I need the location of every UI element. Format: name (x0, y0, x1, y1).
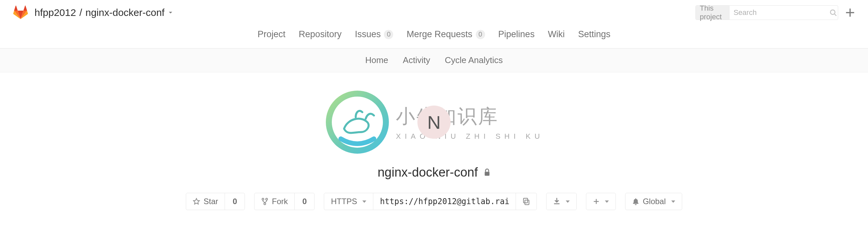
svg-point-4 (262, 198, 264, 200)
nav-issues-count: 0 (384, 30, 393, 39)
watermark-logo-icon (324, 89, 391, 155)
search-icon[interactable] (829, 9, 838, 16)
copy-icon (523, 198, 530, 205)
nav-issues-label: Issues (355, 29, 380, 39)
search-input[interactable] (730, 8, 829, 17)
star-group: Star 0 (186, 193, 245, 210)
chevron-down-icon (671, 201, 675, 203)
plus-icon (593, 198, 599, 205)
main-nav: Project Repository Issues 0 Merge Reques… (0, 20, 868, 49)
sub-nav: Home Activity Cycle Analytics (0, 49, 868, 72)
svg-point-5 (266, 198, 268, 200)
protocol-dropdown[interactable]: HTTPS (324, 193, 373, 210)
nav-wiki[interactable]: Wiki (548, 29, 565, 39)
bell-icon (632, 198, 640, 205)
star-count[interactable]: 0 (225, 193, 245, 210)
fork-button[interactable]: Fork (254, 193, 294, 210)
breadcrumb: hfpp2012 / nginx-docker-conf (34, 7, 174, 18)
download-icon (553, 198, 560, 205)
svg-point-0 (831, 10, 835, 14)
breadcrumb-owner[interactable]: hfpp2012 (34, 7, 76, 18)
breadcrumb-project: nginx-docker-conf (85, 7, 164, 18)
star-icon (193, 198, 200, 205)
gitlab-logo-icon[interactable] (13, 5, 28, 20)
search-box: This project (695, 5, 838, 20)
subnav-home[interactable]: Home (365, 55, 388, 65)
watermark-pinyin: XIAO NIU ZHI SHI KU (396, 132, 544, 141)
nav-settings[interactable]: Settings (578, 29, 611, 39)
nav-mr-count: 0 (476, 30, 485, 39)
fork-icon (261, 198, 269, 205)
chevron-down-icon (605, 201, 609, 203)
subnav-cycle-analytics[interactable]: Cycle Analytics (445, 55, 503, 65)
chevron-down-icon (362, 201, 366, 203)
breadcrumb-separator: / (79, 7, 82, 18)
svg-rect-3 (485, 172, 489, 176)
svg-rect-8 (524, 198, 528, 203)
actions-row: Star 0 Fork 0 HTTPS Global (0, 193, 868, 223)
notification-dropdown[interactable]: Global (625, 193, 682, 210)
breadcrumb-project-dropdown[interactable]: nginx-docker-conf (85, 7, 174, 18)
project-hero: 小牛知识库 XIAO NIU ZHI SHI KU N (0, 72, 868, 172)
create-new-dropdown[interactable] (586, 193, 616, 210)
header: hfpp2012 / nginx-docker-conf This projec… (0, 0, 868, 20)
project-avatar: N (417, 106, 451, 139)
svg-point-6 (264, 203, 266, 205)
nav-merge-requests[interactable]: Merge Requests 0 (406, 29, 485, 39)
fork-label: Fork (272, 197, 288, 206)
new-button[interactable] (845, 8, 855, 17)
plus-icon (845, 8, 855, 17)
fork-count[interactable]: 0 (294, 193, 315, 210)
nav-repository[interactable]: Repository (299, 29, 341, 39)
chevron-down-icon (167, 9, 174, 16)
clone-group: HTTPS (324, 193, 537, 210)
copy-url-button[interactable] (516, 193, 537, 210)
star-label: Star (204, 197, 218, 206)
protocol-label: HTTPS (331, 197, 357, 206)
header-right: This project (695, 5, 855, 20)
notification-label: Global (643, 197, 665, 206)
nav-project[interactable]: Project (257, 29, 285, 39)
nav-issues[interactable]: Issues 0 (355, 29, 393, 39)
star-button[interactable]: Star (186, 193, 225, 210)
fork-group: Fork 0 (254, 193, 315, 210)
clone-url-input[interactable] (373, 193, 516, 210)
search-scope[interactable]: This project (696, 6, 730, 20)
nav-pipelines[interactable]: Pipelines (498, 29, 535, 39)
download-dropdown[interactable] (546, 193, 577, 210)
chevron-down-icon (566, 201, 570, 203)
nav-mr-label: Merge Requests (406, 29, 472, 39)
subnav-activity[interactable]: Activity (403, 55, 430, 65)
svg-line-1 (835, 14, 836, 16)
svg-rect-7 (525, 200, 529, 205)
